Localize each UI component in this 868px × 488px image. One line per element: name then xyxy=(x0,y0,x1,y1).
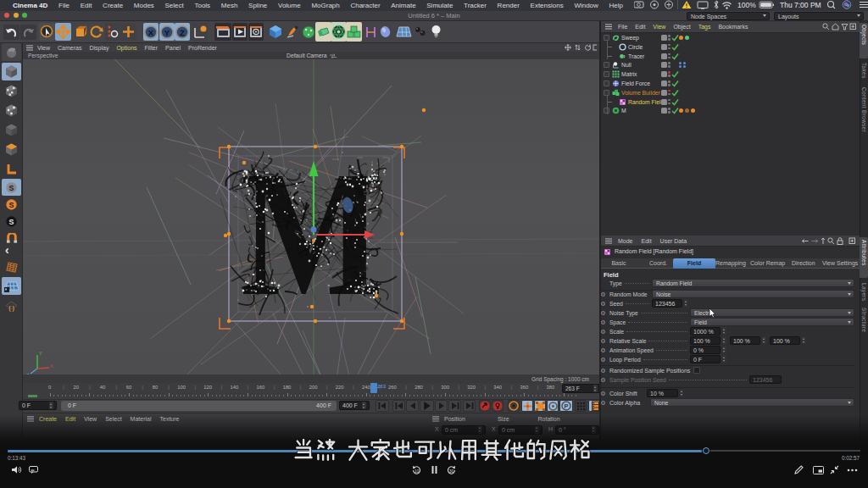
svg-text:M: M xyxy=(241,135,383,333)
svg-text:S: S xyxy=(9,217,14,225)
svg-text:S: S xyxy=(9,200,14,208)
svg-text:Z: Z xyxy=(26,373,30,374)
svg-text:Thu 7:00 PM: Thu 7:00 PM xyxy=(780,1,821,9)
svg-text:X: X xyxy=(50,363,53,369)
svg-text:30: 30 xyxy=(449,469,454,474)
svg-text:Z: Z xyxy=(180,27,185,36)
svg-text:( ): ( ) xyxy=(8,304,14,311)
svg-text:Y: Y xyxy=(164,27,170,36)
svg-text:S: S xyxy=(9,183,14,191)
svg-text:X: X xyxy=(148,27,154,36)
svg-text:100%: 100% xyxy=(737,1,756,9)
svg-text:P: P xyxy=(564,402,568,410)
svg-text:10: 10 xyxy=(415,469,420,474)
svg-text:Y: Y xyxy=(39,351,42,356)
